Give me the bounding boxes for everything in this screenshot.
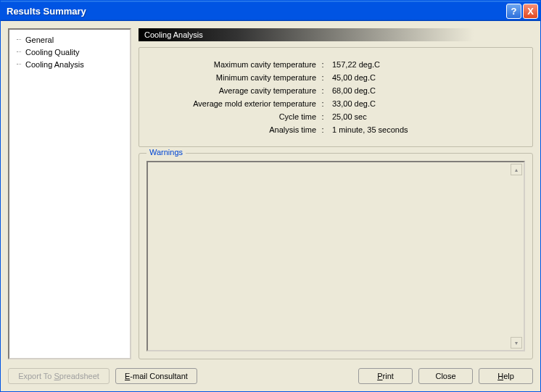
result-row: Maximum cavity temperature : 157,22 deg.… (152, 58, 519, 71)
email-consultant-button[interactable]: E-mail Consultant (115, 368, 197, 384)
close-button[interactable]: Close (418, 368, 473, 384)
category-tree: General Cooling Quality Cooling Analysis (8, 28, 131, 359)
results-summary-window: Results Summary ? X General Cooling Qual… (0, 0, 541, 392)
print-button[interactable]: Print (358, 368, 413, 384)
colon: : (319, 97, 326, 110)
help-button[interactable]: Help (479, 368, 533, 384)
button-label: Close (435, 372, 455, 380)
result-label: Maximum cavity temperature (152, 58, 319, 71)
tree-item-cooling-analysis[interactable]: Cooling Analysis (12, 59, 127, 71)
scroll-up-icon[interactable]: ▴ (511, 164, 522, 175)
scroll-down-icon[interactable]: ▾ (511, 337, 522, 349)
result-value: 157,22 deg.C (326, 58, 380, 71)
result-value: 68,00 deg.C (326, 84, 376, 97)
result-label: Cycle time (152, 110, 319, 123)
result-value: 25,00 sec (326, 110, 367, 123)
tree-item-general[interactable]: General (12, 34, 127, 46)
result-row: Average cavity temperature : 68,00 deg.C (152, 84, 519, 97)
result-label: Analysis time (152, 123, 319, 136)
tree-item-label: Cooling Analysis (25, 60, 84, 69)
result-label: Average cavity temperature (152, 84, 319, 97)
section-header: Cooling Analysis (139, 28, 533, 41)
result-label: Minimum cavity temperature (152, 71, 319, 84)
colon: : (319, 84, 326, 97)
result-value: 45,00 deg.C (326, 71, 376, 84)
help-icon: ? (511, 6, 517, 17)
export-spreadsheet-button: Export To Spreadsheet (8, 368, 110, 384)
dialog-body: General Cooling Quality Cooling Analysis… (1, 21, 540, 364)
titlebar: Results Summary ? X (1, 1, 540, 21)
tree-item-label: General (25, 36, 54, 44)
colon: : (319, 58, 326, 71)
close-icon: X (527, 6, 534, 17)
button-label: Export To Spreadsheet (18, 372, 99, 380)
button-bar: Export To Spreadsheet E-mail Consultant … (1, 364, 540, 391)
result-value: 33,00 deg.C (326, 97, 376, 110)
result-row: Average mold exterior temperature : 33,0… (152, 97, 519, 110)
colon: : (319, 71, 326, 84)
result-value: 1 minute, 35 seconds (326, 123, 408, 136)
titlebar-close-button[interactable]: X (523, 4, 538, 19)
main-panel: Cooling Analysis Maximum cavity temperat… (139, 28, 533, 359)
window-title: Results Summary (7, 6, 505, 17)
tree-item-label: Cooling Quality (25, 48, 80, 57)
warnings-legend: Warnings (146, 148, 186, 157)
warnings-textarea[interactable]: ▴ ▾ (146, 161, 525, 351)
warnings-fieldset: Warnings ▴ ▾ (139, 153, 533, 359)
button-label: Help (497, 372, 514, 380)
titlebar-help-button[interactable]: ? (506, 4, 521, 19)
colon: : (319, 123, 326, 136)
button-label: Print (377, 372, 394, 380)
section-title: Cooling Analysis (144, 30, 203, 39)
button-label: E-mail Consultant (125, 372, 188, 380)
colon: : (319, 110, 326, 123)
result-row: Minimum cavity temperature : 45,00 deg.C (152, 71, 519, 84)
result-row: Cycle time : 25,00 sec (152, 110, 519, 123)
result-label: Average mold exterior temperature (152, 97, 319, 110)
tree-item-cooling-quality[interactable]: Cooling Quality (12, 46, 127, 59)
result-row: Analysis time : 1 minute, 35 seconds (152, 123, 519, 136)
results-panel: Maximum cavity temperature : 157,22 deg.… (139, 47, 533, 147)
